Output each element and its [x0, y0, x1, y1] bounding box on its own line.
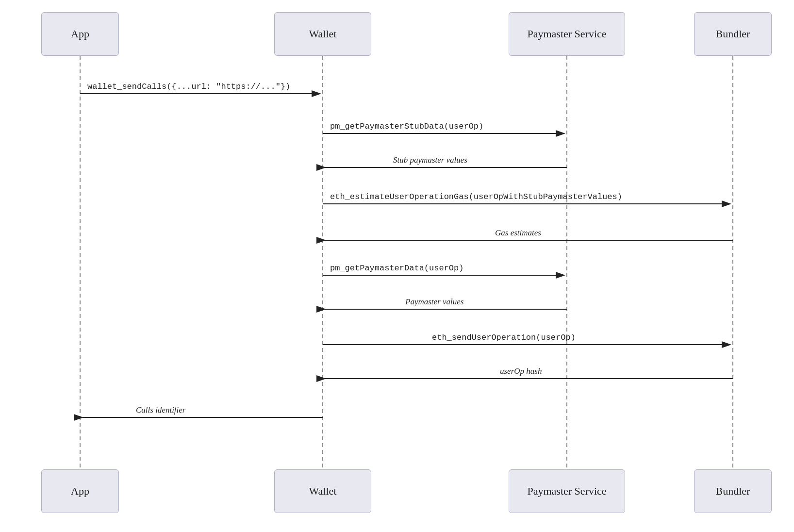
svg-text:pm_getPaymasterStubData(userOp: pm_getPaymasterStubData(userOp): [330, 122, 483, 131]
actor-app-top-label: App: [71, 28, 89, 40]
svg-text:eth_sendUserOperation(userOp): eth_sendUserOperation(userOp): [432, 333, 576, 342]
svg-text:Stub paymaster values: Stub paymaster values: [393, 155, 467, 165]
actor-wallet-bottom-label: Wallet: [309, 485, 337, 498]
actor-app-top: App: [41, 12, 119, 56]
actor-bundler-bottom: Bundler: [694, 469, 772, 513]
svg-text:userOp hash: userOp hash: [500, 366, 542, 376]
actor-bundler-top: Bundler: [694, 12, 772, 56]
sequence-diagram: App Wallet Paymaster Service Bundler App…: [0, 0, 794, 532]
actor-paymaster-bottom: Paymaster Service: [509, 469, 625, 513]
svg-text:Calls identifier: Calls identifier: [136, 405, 186, 415]
svg-text:Paymaster values: Paymaster values: [405, 297, 464, 306]
actor-wallet-top-label: Wallet: [309, 28, 337, 40]
svg-text:pm_getPaymasterData(userOp): pm_getPaymasterData(userOp): [330, 264, 463, 273]
actor-paymaster-top-label: Paymaster Service: [527, 28, 606, 40]
actor-app-bottom-label: App: [71, 485, 89, 498]
actor-paymaster-bottom-label: Paymaster Service: [527, 485, 606, 498]
actor-paymaster-top: Paymaster Service: [509, 12, 625, 56]
svg-text:eth_estimateUserOperationGas(u: eth_estimateUserOperationGas(userOpWithS…: [330, 192, 622, 201]
actor-app-bottom: App: [41, 469, 119, 513]
svg-text:Gas estimates: Gas estimates: [495, 228, 541, 237]
actor-bundler-top-label: Bundler: [716, 28, 750, 40]
actor-bundler-bottom-label: Bundler: [716, 485, 750, 498]
actor-wallet-top: Wallet: [274, 12, 371, 56]
actor-wallet-bottom: Wallet: [274, 469, 371, 513]
svg-text:wallet_sendCalls({...url: "htt: wallet_sendCalls({...url: "https://..."}…: [87, 82, 290, 91]
diagram-svg: wallet_sendCalls({...url: "https://..."}…: [0, 0, 794, 532]
